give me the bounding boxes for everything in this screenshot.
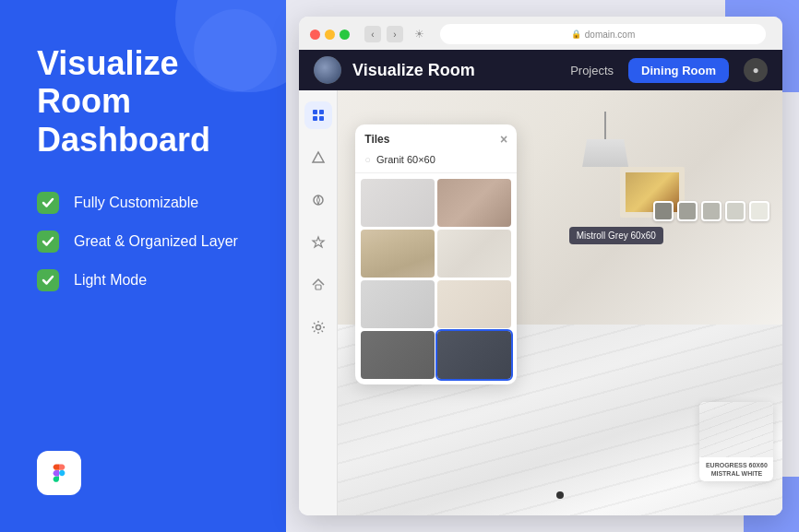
app-header: Visualize Room Projects Dining Room ● xyxy=(299,50,782,90)
minimize-traffic-light[interactable] xyxy=(325,30,335,40)
color-swatches xyxy=(653,201,769,221)
check-icon-3 xyxy=(37,269,59,291)
dining-room-button[interactable]: Dining Room xyxy=(628,58,729,83)
sample-tile-image xyxy=(699,402,773,457)
tile-dark-gray[interactable] xyxy=(361,331,435,379)
feature-label-1: Fully Customizable xyxy=(74,195,198,211)
app-logo-image xyxy=(314,56,341,84)
sidebar-icon-lighting[interactable] xyxy=(304,229,332,256)
sidebar-icon-layers[interactable] xyxy=(304,101,332,129)
feature-label-2: Great & Organized Layer xyxy=(74,233,238,250)
sidebar-icon-effects[interactable] xyxy=(304,186,332,214)
sidebar-icon-home[interactable] xyxy=(304,271,332,299)
svg-rect-2 xyxy=(313,116,317,121)
tile-marble-dark[interactable] xyxy=(437,179,511,227)
url-text: domain.com xyxy=(585,30,635,40)
sidebar-icon-shapes[interactable] xyxy=(304,144,332,171)
feature-item-2: Great & Organized Layer xyxy=(37,231,249,253)
swatch-2[interactable] xyxy=(677,201,698,221)
user-avatar[interactable]: ● xyxy=(744,58,768,82)
main-title: Visualize Room Dashboard xyxy=(37,44,249,159)
figma-logo xyxy=(37,451,81,495)
tile-light-gray[interactable] xyxy=(361,280,435,328)
tile-panel-header: Tiles × xyxy=(355,124,517,150)
features-list: Fully Customizable Great & Organized Lay… xyxy=(37,192,249,291)
forward-button[interactable]: › xyxy=(387,26,403,42)
feature-item-1: Fully Customizable xyxy=(37,192,249,214)
search-circle-icon: ○ xyxy=(364,154,371,165)
svg-point-7 xyxy=(316,325,320,330)
room-area: Mistroll Grey 60x60 Tiles × ○ xyxy=(338,90,782,515)
browser-topbar: ‹ › ☀ 🔒 domain.com xyxy=(310,24,771,44)
tile-tooltip: Mistroll Grey 60x60 xyxy=(569,227,663,244)
app-body: Mistroll Grey 60x60 Tiles × ○ xyxy=(299,90,782,515)
sample-card: EUROGRESS 60X60 MISTRAL WHITE xyxy=(699,402,773,481)
tile-panel-title: Tiles xyxy=(364,133,389,146)
browser-chrome: ‹ › ☀ 🔒 domain.com xyxy=(299,17,782,50)
nav-projects-link[interactable]: Projects xyxy=(570,64,614,77)
svg-rect-3 xyxy=(319,116,324,121)
close-tile-panel[interactable]: × xyxy=(500,132,507,147)
tile-marble-light[interactable] xyxy=(437,230,511,278)
close-traffic-light[interactable] xyxy=(310,30,320,40)
lamp-shade xyxy=(582,139,628,167)
tile-search-input[interactable] xyxy=(376,154,507,165)
sample-label-line2: MISTRAL WHITE xyxy=(704,469,769,478)
nav-dot[interactable] xyxy=(556,491,564,499)
brightness-icon: ☀ xyxy=(411,26,427,42)
check-icon-2 xyxy=(37,231,59,253)
tile-dark-slate[interactable] xyxy=(437,331,511,379)
address-bar[interactable]: 🔒 domain.com xyxy=(440,24,766,44)
title-line2: Dashboard xyxy=(37,121,210,159)
svg-rect-1 xyxy=(319,110,324,114)
sample-label-line1: EUROGRESS 60X60 xyxy=(704,461,769,469)
browser-window: ‹ › ☀ 🔒 domain.com Visualize Room Projec… xyxy=(299,17,782,515)
title-line1: Visualize Room xyxy=(37,44,178,120)
swatch-5[interactable] xyxy=(749,201,769,221)
back-button[interactable]: ‹ xyxy=(364,26,381,42)
swatch-3[interactable] xyxy=(701,201,721,221)
check-icon-1 xyxy=(37,192,59,214)
svg-rect-0 xyxy=(313,110,317,114)
pendant-lamp xyxy=(582,112,628,167)
svg-rect-6 xyxy=(316,285,321,290)
feature-label-3: Light Mode xyxy=(74,272,147,289)
tooltip-text: Mistroll Grey 60x60 xyxy=(577,231,656,241)
app-logo xyxy=(314,56,341,84)
swatch-4[interactable] xyxy=(725,201,745,221)
tile-panel: Tiles × ○ xyxy=(355,124,517,384)
header-nav: Projects Dining Room ● xyxy=(570,58,768,83)
feature-item-3: Light Mode xyxy=(37,269,249,291)
browser-nav: ‹ › xyxy=(364,26,403,42)
tile-plain-gray[interactable] xyxy=(361,179,435,227)
tile-search-row: ○ xyxy=(355,150,517,173)
swatch-1[interactable] xyxy=(653,201,674,221)
left-panel: Visualize Room Dashboard Fully Customiza… xyxy=(0,0,286,532)
sample-label: EUROGRESS 60X60 MISTRAL WHITE xyxy=(699,457,773,481)
svg-marker-4 xyxy=(313,152,324,162)
svg-point-5 xyxy=(314,195,323,205)
app-sidebar xyxy=(299,90,338,515)
tile-cream[interactable] xyxy=(437,280,511,328)
app-name: Visualize Room xyxy=(352,61,559,80)
lamp-cord xyxy=(604,112,606,139)
right-panel: ‹ › ☀ 🔒 domain.com Visualize Room Projec… xyxy=(286,0,799,532)
maximize-traffic-light[interactable] xyxy=(340,30,350,40)
sidebar-icon-settings[interactable] xyxy=(304,313,332,341)
traffic-lights xyxy=(310,30,350,40)
tile-grid xyxy=(355,173,517,384)
tile-marble-veined[interactable] xyxy=(361,230,435,278)
